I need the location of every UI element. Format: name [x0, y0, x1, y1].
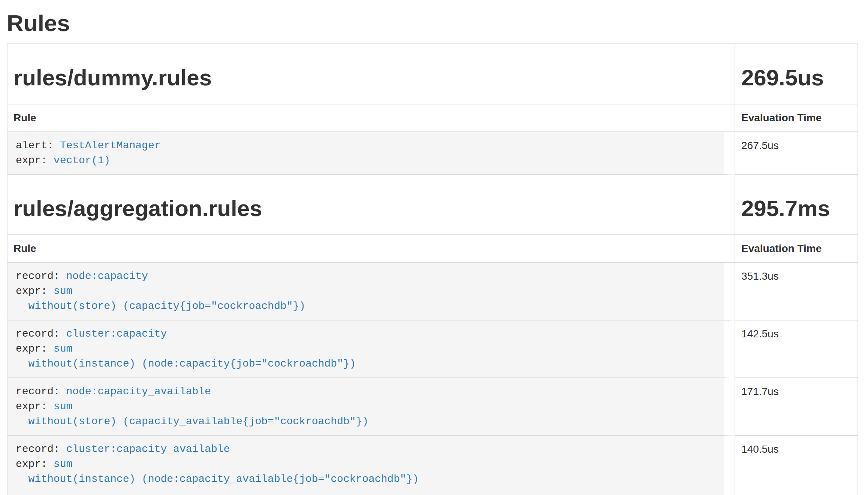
group-file-cell: rules/aggregation.rules	[7, 175, 735, 235]
record-label: record:	[16, 270, 60, 282]
rule-cell: record: cluster:capacity_available expr:…	[7, 436, 735, 495]
expr-label: expr:	[16, 401, 47, 412]
rule-row: record: cluster:capacity expr: sum witho…	[7, 321, 858, 378]
rule-eval-time-cell: 140.5us	[735, 436, 858, 495]
eval-column-header: Evaluation Time	[735, 235, 858, 263]
rules-table-body: rules/dummy.rules269.5usRuleEvaluation T…	[7, 44, 858, 495]
group-file-heading: rules/aggregation.rules	[13, 197, 729, 220]
expr-label: expr:	[16, 155, 47, 166]
rule-name-link[interactable]: node:capacity	[66, 270, 148, 282]
rule-column-header: Rule	[7, 104, 735, 132]
rule-expr-link[interactable]: sum without(instance) (node:capacity_ava…	[16, 458, 419, 485]
rules-page: Rules rules/dummy.rules269.5usRuleEvalua…	[0, 0, 868, 495]
rule-expr-link[interactable]: sum without(store) (capacity_available{j…	[16, 401, 368, 427]
rule-code: record: cluster:capacity expr: sum witho…	[16, 327, 724, 371]
rule-code: alert: TestAlertManager expr: vector(1)	[16, 138, 724, 168]
record-label: record:	[16, 443, 60, 455]
rule-row: record: cluster:capacity_available expr:…	[7, 436, 858, 495]
alert-label: alert:	[16, 140, 54, 151]
rule-code: record: node:capacity expr: sum without(…	[16, 269, 724, 314]
group-eval-time-cell: 269.5us	[735, 44, 858, 104]
rule-expr-link[interactable]: sum without(instance) (node:capacity{job…	[16, 343, 356, 370]
rule-cell: record: node:capacity_available expr: su…	[7, 378, 735, 436]
rule-column-header: Rule	[7, 235, 735, 263]
group-file-cell: rules/dummy.rules	[7, 44, 735, 104]
rule-cell: alert: TestAlertManager expr: vector(1)	[7, 132, 735, 175]
expr-label: expr:	[16, 343, 47, 355]
rule-name-link[interactable]: cluster:capacity	[66, 328, 167, 340]
rule-cell: record: node:capacity expr: sum without(…	[7, 263, 735, 321]
expr-label: expr:	[16, 458, 47, 470]
rules-table: rules/dummy.rules269.5usRuleEvaluation T…	[7, 43, 858, 495]
group-eval-time-heading: 295.7ms	[741, 197, 852, 220]
rule-name-link[interactable]: cluster:capacity_available	[66, 443, 230, 455]
rule-code: record: cluster:capacity_available expr:…	[16, 442, 724, 487]
record-label: record:	[16, 386, 60, 397]
rule-eval-time-cell: 267.5us	[735, 132, 858, 175]
rule-row: record: node:capacity_available expr: su…	[7, 378, 858, 436]
rule-expr-link[interactable]: vector(1)	[54, 155, 110, 166]
rule-row: alert: TestAlertManager expr: vector(1)2…	[7, 132, 858, 175]
rule-name-link[interactable]: TestAlertManager	[60, 140, 161, 151]
rule-name-link[interactable]: node:capacity_available	[66, 386, 211, 397]
rule-eval-time-cell: 351.3us	[735, 263, 858, 321]
rule-eval-time-cell: 171.7us	[735, 378, 858, 436]
rule-eval-time-cell: 142.5us	[735, 321, 858, 378]
group-header-row: rules/aggregation.rules295.7ms	[7, 175, 858, 235]
column-header-row: RuleEvaluation Time	[7, 104, 858, 132]
rule-code: record: node:capacity_available expr: su…	[16, 384, 724, 429]
expr-label: expr:	[16, 285, 47, 297]
rule-cell: record: cluster:capacity expr: sum witho…	[7, 321, 735, 378]
group-header-row: rules/dummy.rules269.5us	[7, 44, 858, 104]
page-title: Rules	[7, 10, 858, 36]
rule-expr-link[interactable]: sum without(store) (capacity{job="cockro…	[16, 285, 305, 312]
group-eval-time-heading: 269.5us	[741, 66, 852, 89]
eval-column-header: Evaluation Time	[735, 104, 858, 132]
record-label: record:	[16, 328, 60, 340]
group-file-heading: rules/dummy.rules	[13, 66, 729, 89]
rule-row: record: node:capacity expr: sum without(…	[7, 263, 858, 321]
column-header-row: RuleEvaluation Time	[7, 235, 858, 263]
group-eval-time-cell: 295.7ms	[735, 175, 858, 235]
